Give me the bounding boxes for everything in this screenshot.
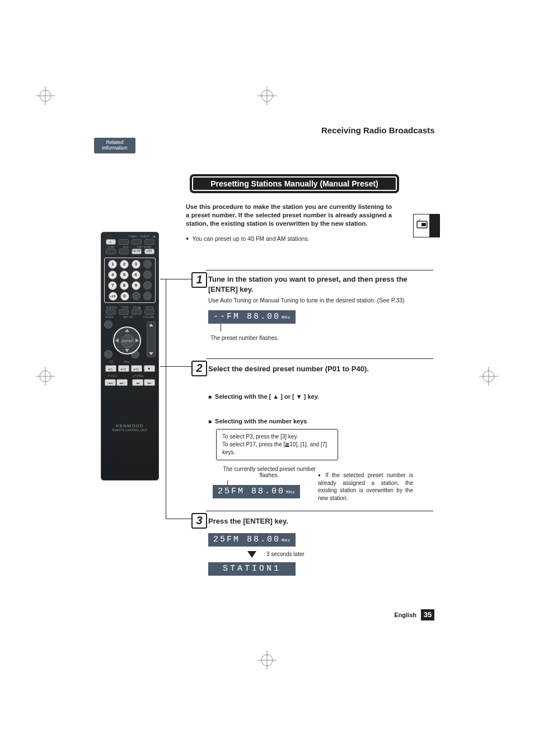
timer-button <box>119 239 129 245</box>
lcd-text: --FM 88.00 <box>213 312 280 321</box>
label: iPod <box>124 361 129 363</box>
shuffle-button <box>143 270 152 279</box>
mute-button <box>144 309 154 315</box>
rew-button: ◂◂ <box>132 379 143 386</box>
label: VOLUME <box>143 316 154 319</box>
step-1-body: Use Auto Tuning or Manual Tuning to tune… <box>208 297 430 304</box>
lcd-unit: MHz <box>282 315 291 320</box>
label: TIMER <box>128 235 137 238</box>
usb-button: USB <box>144 249 154 254</box>
intro-paragraph: Use this procedure to make the station y… <box>186 203 392 228</box>
num-5-button: 5 <box>120 270 129 279</box>
play-pause-button: ▸/|| <box>118 365 129 372</box>
num-2-button: 2 <box>120 260 129 269</box>
power-icon: ⏻ <box>153 235 156 238</box>
lcd-display-step3b: STATION1 <box>208 562 296 576</box>
num-plus10-button: +10 <box>109 292 118 301</box>
lcd-text: 25FM 88.00 <box>218 487 285 496</box>
fmam-button: FM/AM <box>132 249 142 254</box>
crop-mark <box>257 651 277 670</box>
crop-mark <box>36 86 55 105</box>
step-2-sub-arrow: Selecting with the [ ▲ ] or [ ▼ ] key. <box>208 393 319 400</box>
label: SLEEP <box>140 235 149 238</box>
volume-down-icon <box>149 352 153 355</box>
step-3-title: Press the [ENTER] key. <box>208 516 430 526</box>
num-6-button: 6 <box>132 270 140 279</box>
page-header: Receiving Radio Broadcasts <box>0 125 534 135</box>
crop-mark <box>36 367 55 386</box>
tone-button <box>119 309 129 315</box>
dimmer-button <box>143 260 152 268</box>
play-pause-button-2: ▸/|| <box>131 365 142 372</box>
volume-rocker <box>147 321 156 357</box>
lcd-unit: MHz <box>286 489 295 494</box>
skip-fwd-button: ▸▸| <box>116 379 128 386</box>
lcd-display-step3a: 25FM 88.00MHz <box>208 533 296 547</box>
related-info-tab: Related Information <box>94 138 135 153</box>
overwrite-warning-note: If the selected preset number is already… <box>318 472 413 502</box>
preset-flash-note: The preset number flashes. <box>210 335 279 341</box>
dpad-left-icon <box>115 338 119 343</box>
brand-sub: REMOTE CONTROL UNIT <box>101 429 159 432</box>
ff-button: ▸▸ <box>144 379 155 386</box>
step-2-sub-number: Selecting with the number keys <box>208 418 307 424</box>
num-9-button: 9 <box>132 281 140 290</box>
sleep-button <box>132 239 142 245</box>
num-7-button: 7 <box>108 281 117 290</box>
step-2-badge: 2 <box>191 361 207 376</box>
lcd-display-step2: 25FM 88.00MHz <box>213 485 300 498</box>
down-arrow-icon <box>247 551 256 558</box>
aux-button <box>119 249 129 254</box>
crop-mark <box>257 86 277 105</box>
example-line-1: To select P3, press the [3] key. <box>222 433 332 441</box>
preset-capacity-note: You can preset up to 40 FM and AM statio… <box>186 235 392 242</box>
brand-logo: KENWOOD REMOTE CONTROL UNIT <box>101 423 159 432</box>
sogbo-button <box>143 292 152 300</box>
elbass-button <box>106 309 116 315</box>
volume-up-icon <box>149 324 153 326</box>
remote-thumb-icon <box>413 214 440 237</box>
prev-button: ▸|| <box>105 365 116 372</box>
power-button <box>144 239 154 245</box>
repeat-button <box>143 281 152 290</box>
num-1-button: 1 <box>108 260 117 269</box>
svg-line-17 <box>419 219 420 221</box>
section-title-bar: Presetting Stations Manually (Manual Pre… <box>191 176 397 192</box>
label: ▸TUNE◂ <box>133 375 144 377</box>
step-1-title: Tune in the station you want to preset, … <box>208 274 430 294</box>
num-4-button: 4 <box>108 270 117 279</box>
lcd-text: 25FM 88.00 <box>213 535 280 544</box>
step-3-badge: 3 <box>191 513 207 529</box>
related-line1: Related <box>106 139 123 145</box>
step-2-title: Select the desired preset number (P01 to… <box>208 364 430 374</box>
label: SET UP <box>123 316 133 319</box>
stop-button: ■ <box>144 365 155 372</box>
dpad-right-icon <box>135 338 139 343</box>
footer-language: English <box>394 612 416 618</box>
label: CD <box>109 361 113 363</box>
step-1-badge: 1 <box>191 272 207 288</box>
label: MODE <box>105 316 114 319</box>
skip-back-button: |◂◂ <box>105 379 116 386</box>
enter-button: ENTER <box>121 334 134 348</box>
num-0-button: 0 <box>120 292 129 301</box>
page-footer: English 35 <box>394 609 434 620</box>
crop-mark <box>479 367 498 386</box>
dbs-button <box>106 249 116 254</box>
remote-control-illustration: TIMER SLEEP ⏻ ▲ D.BS AUX VIRT.SURR FM/AM… <box>101 232 159 480</box>
label: P.CALL <box>108 375 118 377</box>
dpad: ENTER <box>109 322 146 359</box>
delay-note: 3 seconds later <box>266 551 305 557</box>
dpad-down-icon <box>125 349 129 352</box>
svg-rect-16 <box>421 223 426 226</box>
lcd-unit: MHz <box>282 538 291 543</box>
file-button <box>132 309 142 315</box>
eject-button: ▲ <box>106 239 116 245</box>
dpad-up-icon <box>125 329 129 332</box>
page-number: 35 <box>421 609 434 620</box>
num-8-button: 8 <box>120 281 129 290</box>
number-key-example-box: To select P3, press the [3] key. To sele… <box>216 429 338 460</box>
example-line-2: To select P17, press the [≧10], [1], and… <box>222 441 332 456</box>
related-line2: Information <box>102 145 127 151</box>
lcd-display-step1: --FM 88.00MHz <box>208 310 296 324</box>
